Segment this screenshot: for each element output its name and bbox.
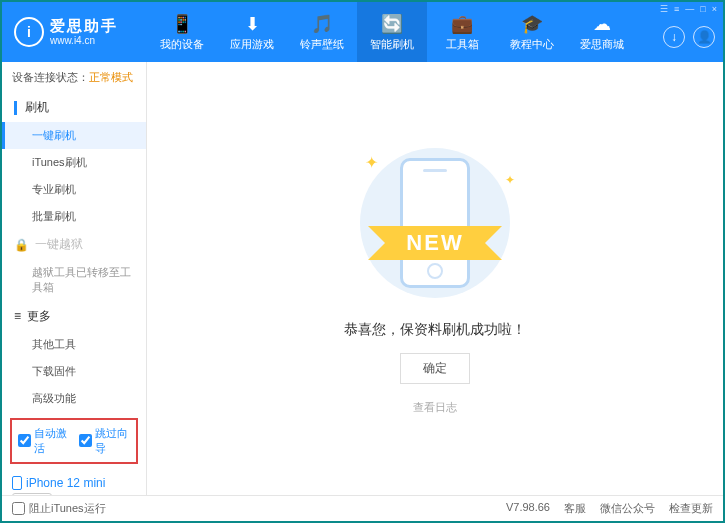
sidebar-section-flash[interactable]: 刷机 bbox=[2, 93, 146, 122]
options-checkboxes: 自动激活 跳过向导 bbox=[10, 418, 138, 464]
jailbreak-note: 越狱工具已转移至工具箱 bbox=[2, 259, 146, 302]
statusbar-left: 阻止iTunes运行 bbox=[12, 501, 106, 516]
success-message: 恭喜您，保资料刷机成功啦！ bbox=[344, 321, 526, 339]
download-icon: ⬇ bbox=[245, 13, 260, 35]
sparkle-icon: ✦ bbox=[365, 153, 378, 172]
briefcase-icon: 💼 bbox=[451, 13, 473, 35]
logo-icon: i bbox=[14, 17, 44, 47]
sidebar-item-download-firmware[interactable]: 下载固件 bbox=[2, 358, 146, 385]
tab-ringtone-wallpaper[interactable]: 🎵铃声壁纸 bbox=[287, 2, 357, 62]
tab-smart-flash[interactable]: 🔄智能刷机 bbox=[357, 2, 427, 62]
lock-icon: 🔒 bbox=[14, 238, 29, 252]
phone-illustration-icon bbox=[400, 158, 470, 288]
tab-toolbox[interactable]: 💼工具箱 bbox=[427, 2, 497, 62]
sidebar-section-more[interactable]: ≡ 更多 bbox=[2, 302, 146, 331]
check-update-link[interactable]: 检查更新 bbox=[669, 501, 713, 516]
sidebar-item-oneclick-flash[interactable]: 一键刷机 bbox=[2, 122, 146, 149]
sidebar: 设备连接状态：正常模式 刷机 一键刷机 iTunes刷机 专业刷机 批量刷机 🔒… bbox=[2, 62, 147, 495]
connection-mode: 正常模式 bbox=[89, 71, 133, 83]
device-name: iPhone 12 mini bbox=[12, 476, 136, 490]
music-icon: 🎵 bbox=[311, 13, 333, 35]
download-button[interactable]: ↓ bbox=[663, 26, 685, 48]
body: 设备连接状态：正常模式 刷机 一键刷机 iTunes刷机 专业刷机 批量刷机 🔒… bbox=[2, 62, 723, 495]
checkbox-skip-guide[interactable]: 跳过向导 bbox=[79, 426, 130, 456]
tab-my-device[interactable]: 📱我的设备 bbox=[147, 2, 217, 62]
view-log-link[interactable]: 查看日志 bbox=[413, 400, 457, 415]
refresh-icon: 🔄 bbox=[381, 13, 403, 35]
statusbar: 阻止iTunes运行 V7.98.66 客服 微信公众号 检查更新 bbox=[2, 495, 723, 521]
sidebar-item-pro-flash[interactable]: 专业刷机 bbox=[2, 176, 146, 203]
checkbox-auto-activate-input[interactable] bbox=[18, 434, 31, 447]
tab-apps-games[interactable]: ⬇应用游戏 bbox=[217, 2, 287, 62]
tab-tutorials[interactable]: 🎓教程中心 bbox=[497, 2, 567, 62]
titlebar: ☰ ≡ — □ × i 爱思助手 www.i4.cn 📱我的设备 ⬇应用游戏 🎵… bbox=[2, 2, 723, 62]
version-label: V7.98.66 bbox=[506, 501, 550, 516]
logo: i 爱思助手 www.i4.cn bbox=[2, 17, 147, 47]
success-illustration: ✦ ✦ NEW bbox=[345, 143, 525, 303]
block-itunes-label: 阻止iTunes运行 bbox=[29, 501, 106, 516]
profile-button[interactable]: 👤 bbox=[693, 26, 715, 48]
checkbox-auto-activate[interactable]: 自动激活 bbox=[18, 426, 69, 456]
confirm-button[interactable]: 确定 bbox=[400, 353, 470, 384]
sidebar-item-other-tools[interactable]: 其他工具 bbox=[2, 331, 146, 358]
app-url: www.i4.cn bbox=[50, 35, 118, 46]
sidebar-item-advanced[interactable]: 高级功能 bbox=[2, 385, 146, 412]
app-name: 爱思助手 bbox=[50, 18, 118, 35]
sidebar-section-jailbreak: 🔒 一键越狱 bbox=[2, 230, 146, 259]
nav-tabs: 📱我的设备 ⬇应用游戏 🎵铃声壁纸 🔄智能刷机 💼工具箱 🎓教程中心 ☁爱思商城 bbox=[147, 2, 637, 62]
sidebar-item-batch-flash[interactable]: 批量刷机 bbox=[2, 203, 146, 230]
connection-status: 设备连接状态：正常模式 bbox=[2, 62, 146, 93]
sidebar-item-itunes-flash[interactable]: iTunes刷机 bbox=[2, 149, 146, 176]
sparkle-icon: ✦ bbox=[505, 173, 515, 187]
app-window: ☰ ≡ — □ × i 爱思助手 www.i4.cn 📱我的设备 ⬇应用游戏 🎵… bbox=[0, 0, 725, 523]
graduation-icon: 🎓 bbox=[521, 13, 543, 35]
phone-icon: 📱 bbox=[171, 13, 193, 35]
cloud-icon: ☁ bbox=[593, 13, 611, 35]
device-section[interactable]: iPhone 12 mini 64GB Down-12mini-13,1 bbox=[2, 470, 146, 495]
checkbox-block-itunes[interactable] bbox=[12, 502, 25, 515]
tab-shop[interactable]: ☁爱思商城 bbox=[567, 2, 637, 62]
checkbox-skip-guide-input[interactable] bbox=[79, 434, 92, 447]
statusbar-right: V7.98.66 客服 微信公众号 检查更新 bbox=[506, 501, 713, 516]
menu-icon: ≡ bbox=[14, 309, 21, 323]
main-content: ✦ ✦ NEW 恭喜您，保资料刷机成功啦！ 确定 查看日志 bbox=[147, 62, 723, 495]
wechat-link[interactable]: 微信公众号 bbox=[600, 501, 655, 516]
titlebar-right: ↓ 👤 bbox=[663, 8, 715, 48]
customer-service-link[interactable]: 客服 bbox=[564, 501, 586, 516]
section-indicator-icon bbox=[14, 101, 17, 115]
new-ribbon: NEW bbox=[388, 226, 481, 260]
